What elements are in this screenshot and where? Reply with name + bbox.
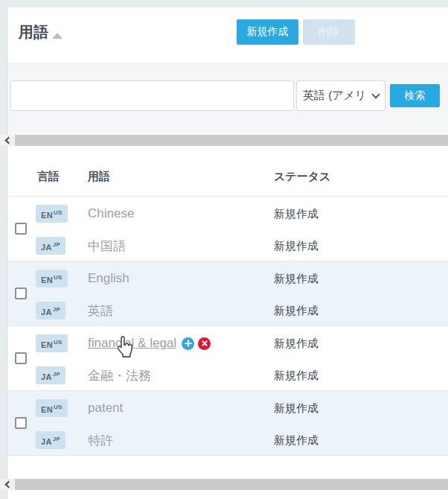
table-row: ENUS English 新規作成 (7, 263, 448, 294)
status-text: 新規作成 (274, 239, 319, 253)
search-input[interactable] (10, 80, 294, 111)
create-new-button[interactable]: 新規作成 (237, 19, 298, 45)
terms-table: 言語 用語 ステータス ENUS Chinese 新規作成 JAJP 中国語 新… (7, 146, 448, 479)
language-badge: JAJP (36, 431, 65, 449)
collapse-toggle-icon[interactable] (52, 33, 63, 39)
table-row: ENUS Chinese 新規作成 (7, 198, 448, 229)
search-bar: 英語 (アメリ 検索 (7, 63, 448, 135)
column-header-status: ステータス (274, 170, 330, 184)
chevron-left-icon (5, 137, 13, 144)
termbase-panel: 用語 新規作成 削除 英語 (アメリ 検索 言語 用語 ステータス ENUS C… (0, 0, 448, 499)
search-button[interactable]: 検索 (390, 84, 440, 107)
term-link[interactable]: Chinese (88, 206, 134, 221)
language-badge: ENUS (36, 334, 68, 352)
status-text: 新規作成 (274, 207, 319, 221)
term-row-group: ENUS patent 新規作成 JAJP 特許 新規作成 (7, 390, 448, 455)
scroll-left-button[interactable] (0, 135, 15, 146)
table-row: JAJP 金融・法務 新規作成 (7, 360, 448, 391)
row-actions (182, 337, 211, 350)
status-text: 新規作成 (274, 401, 319, 416)
page-title: 用語 (19, 22, 48, 42)
term-link[interactable]: 中国語 (88, 238, 126, 255)
term-link[interactable]: English (88, 271, 129, 286)
language-select[interactable]: 英語 (アメリ (296, 80, 385, 111)
table-row: JAJP 中国語 新規作成 (7, 230, 448, 261)
term-link[interactable]: patent (88, 401, 123, 416)
delete-button[interactable]: 削除 (303, 19, 355, 45)
status-text: 新規作成 (274, 272, 319, 286)
chevron-left-icon (5, 481, 13, 489)
horizontal-scrollbar-bottom[interactable] (0, 479, 448, 490)
term-link[interactable]: financial & legal (88, 336, 176, 351)
language-badge: JAJP (36, 366, 65, 384)
panel-header: 用語 新規作成 削除 (7, 7, 448, 63)
term-link[interactable]: 金融・法務 (88, 367, 151, 384)
table-row: JAJP 特許 新規作成 (7, 425, 448, 456)
column-header-language: 言語 (37, 170, 60, 184)
table-end-divider (7, 455, 448, 456)
term-link[interactable]: 特許 (88, 432, 113, 449)
term-row-group: ENUS English 新規作成 JAJP 英語 新規作成 (7, 261, 448, 325)
table-row: ENUS financial & legal 新規作成 (7, 328, 448, 359)
language-badge: JAJP (36, 302, 65, 320)
status-text: 新規作成 (274, 337, 319, 351)
column-header-term: 用語 (88, 170, 110, 184)
scroll-left-button[interactable] (0, 479, 15, 490)
term-row-group: ENUS financial & legal 新規作成 JAJP 金融・法務 新… (7, 325, 448, 390)
language-badge: ENUS (36, 399, 68, 417)
delete-term-icon[interactable] (198, 337, 211, 350)
panel-footer-strip (7, 490, 448, 499)
chevron-down-icon (371, 90, 380, 98)
status-text: 新規作成 (274, 433, 319, 448)
table-row: JAJP 英語 新規作成 (7, 295, 448, 326)
term-row-group: ENUS Chinese 新規作成 JAJP 中国語 新規作成 (7, 196, 448, 261)
language-select-value: 英語 (アメリ (303, 89, 371, 103)
horizontal-scrollbar-top[interactable] (0, 135, 448, 146)
add-term-icon[interactable] (182, 337, 194, 350)
scrollbar-thumb[interactable] (15, 135, 448, 146)
term-link[interactable]: 英語 (88, 302, 113, 320)
language-badge: ENUS (36, 270, 68, 287)
status-text: 新規作成 (274, 304, 319, 318)
table-row: ENUS patent 新規作成 (7, 392, 448, 424)
language-badge: JAJP (36, 237, 65, 255)
language-badge: ENUS (36, 205, 68, 223)
scrollbar-thumb[interactable] (15, 479, 448, 490)
status-text: 新規作成 (274, 369, 319, 383)
